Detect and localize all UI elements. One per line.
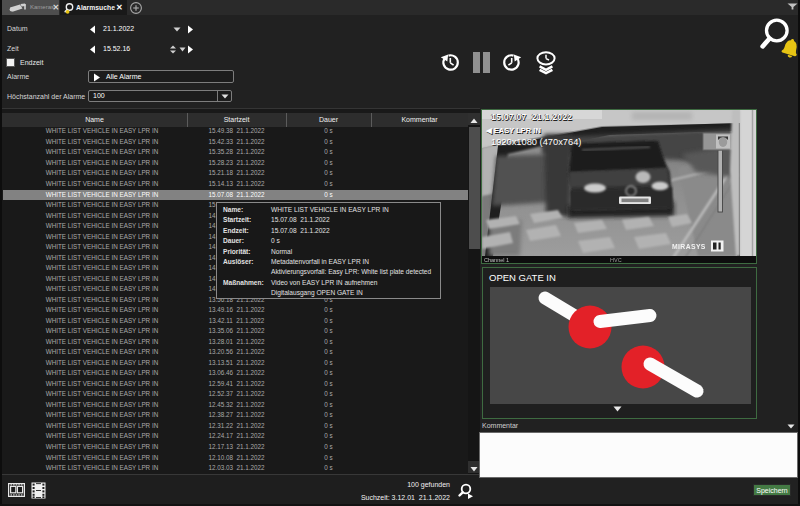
svg-text:Channel 1: Channel 1 [484,257,509,263]
svg-text:MIRASYS: MIRASYS [672,243,706,250]
svg-text:HVC: HVC [610,257,622,263]
